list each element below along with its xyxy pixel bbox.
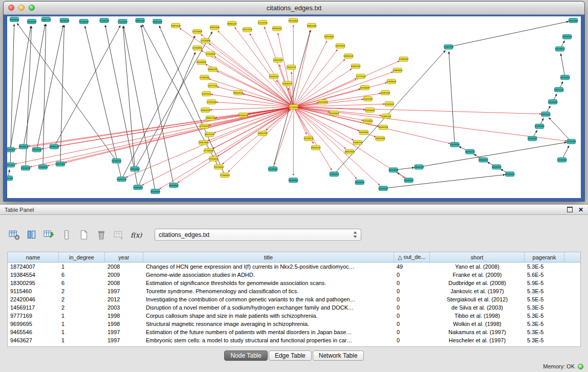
graph-node[interactable]: 19861350 xyxy=(135,18,145,23)
graph-node[interactable]: 12475112 xyxy=(202,92,211,96)
column-header[interactable]: △ out_de... xyxy=(394,252,430,262)
graph-node[interactable]: 16164603 xyxy=(360,85,370,90)
table-source-dropdown[interactable]: citations_edges.txt xyxy=(155,229,361,241)
graph-node[interactable]: 17878503 xyxy=(386,79,397,84)
graph-node[interactable]: 18304703 xyxy=(208,67,218,72)
column-header[interactable]: in_degree xyxy=(59,252,105,262)
new-file-icon[interactable] xyxy=(77,228,91,242)
graph-node[interactable]: 16280034 xyxy=(49,144,59,149)
graph-node[interactable]: 16162501 xyxy=(269,74,279,79)
graph-node[interactable]: 18310203 xyxy=(465,149,475,154)
graph-node[interactable]: 19245067 xyxy=(378,186,388,191)
graph-node[interactable]: 19257304 xyxy=(554,87,564,92)
graph-node[interactable]: 17679193 xyxy=(450,142,460,147)
tab-node-table[interactable]: Node Table xyxy=(224,351,268,361)
graph-node[interactable]: 15096085 xyxy=(59,18,70,23)
graph-node[interactable]: 19357904 xyxy=(199,140,209,145)
graph-node[interactable]: 15134506 xyxy=(268,167,278,171)
close-panel-icon[interactable]: ✕ xyxy=(578,207,583,213)
graph-node[interactable]: 12220608 xyxy=(192,29,203,34)
graph-node[interactable]: 16793063 xyxy=(535,124,545,128)
graph-node[interactable]: 20801718 xyxy=(41,17,51,21)
graph-node[interactable]: 17710337 xyxy=(567,139,577,144)
graph-node[interactable]: 14985403 xyxy=(393,68,403,73)
graph-node[interactable]: 18945202 xyxy=(227,21,237,26)
graph-node[interactable]: 18902604 xyxy=(7,176,13,181)
delete-icon[interactable] xyxy=(94,228,108,242)
graph-node[interactable]: 10273003 xyxy=(560,75,571,80)
graph-node[interactable]: 14034602 xyxy=(359,130,369,135)
graph-node[interactable]: 15820308 xyxy=(210,25,220,30)
graph-node[interactable]: 19613904 xyxy=(324,34,334,39)
graph-node[interactable]: 16550034 xyxy=(150,189,161,194)
graph-node[interactable]: 17785343 xyxy=(200,75,210,80)
column-header[interactable]: pagerank xyxy=(525,252,564,262)
column-header[interactable]: year xyxy=(105,252,143,262)
graph-node[interactable]: 14740904 xyxy=(192,46,203,50)
graph-node[interactable]: 18316004 xyxy=(9,17,19,21)
graph-node[interactable]: 17708304 xyxy=(204,148,214,153)
graph-node[interactable]: 72544002 xyxy=(209,157,219,161)
table-settings-icon[interactable] xyxy=(7,228,21,242)
graph-node[interactable]: 18030629 xyxy=(18,144,29,149)
tab-edge-table[interactable]: Edge Table xyxy=(269,351,312,361)
graph-node[interactable]: 15958201 xyxy=(282,81,293,86)
graph-node[interactable]: 17485307 xyxy=(399,57,409,61)
table-row[interactable]: 946362711997Embryonic stem cells: a mode… xyxy=(8,336,580,344)
graph-node[interactable]: 29245012 xyxy=(404,178,414,183)
tab-network-table[interactable]: Network Table xyxy=(313,351,364,361)
graph-node[interactable]: 18124304 xyxy=(288,18,298,23)
graph-node[interactable]: 19064503 xyxy=(478,158,489,162)
table-row[interactable]: 1830029562008Estimation of significance … xyxy=(8,279,580,287)
graph-node[interactable]: 19150603 xyxy=(214,165,224,169)
graph-node[interactable]: 19450302 xyxy=(130,167,140,171)
graph-node[interactable]: 16046808 xyxy=(197,60,207,64)
graph-node[interactable]: 12220639 xyxy=(201,38,211,43)
graph-node[interactable]: 19245002 xyxy=(505,172,515,177)
graph-node[interactable]: 18260010 xyxy=(311,145,321,150)
graph-node[interactable]: 17554300 xyxy=(206,52,216,56)
graph-node[interactable]: 23061704 xyxy=(206,116,216,120)
add-column-icon[interactable] xyxy=(42,228,56,242)
graph-node[interactable]: 17210302 xyxy=(363,119,373,123)
graph-node[interactable]: 16101602 xyxy=(329,111,339,115)
column-header[interactable]: name xyxy=(8,252,59,262)
graph-node[interactable]: 16045023 xyxy=(378,125,388,129)
float-panel-icon[interactable] xyxy=(567,207,573,212)
graph-node[interactable]: 18857803 xyxy=(344,149,355,154)
graph-node[interactable]: 13210602 xyxy=(318,100,328,104)
zoom-window-button[interactable] xyxy=(29,5,35,11)
network-window-titlebar[interactable]: citations_edges.txt xyxy=(4,2,584,15)
graph-node[interactable]: 18910404 xyxy=(7,163,15,167)
graph-node[interactable]: 19861305 xyxy=(307,23,317,28)
network-graph[interactable]: 1831600419565407208017181509608518508508… xyxy=(7,16,581,198)
graph-node[interactable]: 10965909 xyxy=(375,136,385,141)
graph-node[interactable]: 16969500 xyxy=(272,26,282,31)
graph-node[interactable]: 1724046 xyxy=(290,105,298,110)
graph-node[interactable]: 19059034 xyxy=(38,165,48,169)
table-row[interactable]: 1938455462009Genome-wide association stu… xyxy=(8,271,580,279)
graph-node[interactable]: 17450203 xyxy=(329,172,339,177)
table-row[interactable]: 911546021997Tourette syndrome. Phenomeno… xyxy=(8,287,580,295)
graph-node[interactable]: 19922506 xyxy=(171,23,181,28)
graph-node[interactable]: 16034022 xyxy=(355,180,365,185)
graph-node[interactable]: 13216004 xyxy=(365,107,375,112)
graph-node[interactable]: 16557204 xyxy=(243,27,253,32)
graph-node[interactable]: 15460503 xyxy=(562,34,573,39)
graph-node[interactable]: 15854702 xyxy=(351,64,361,69)
graph-node[interactable]: 21106705 xyxy=(99,18,109,23)
graph-node[interactable]: 13901203 xyxy=(201,107,211,112)
column-header[interactable]: short xyxy=(430,252,525,262)
graph-node[interactable]: 16273301 xyxy=(55,162,66,166)
graph-node[interactable]: 19061903 xyxy=(273,58,284,62)
graph-node[interactable]: 14271702 xyxy=(208,83,218,88)
import-table-icon[interactable] xyxy=(112,228,125,242)
graph-node[interactable]: 18260304 xyxy=(288,178,298,183)
graph-node[interactable]: 18304503 xyxy=(233,91,244,95)
graph-node[interactable]: 36071703 xyxy=(205,132,215,137)
graph-node[interactable]: 12030405 xyxy=(528,136,538,141)
graph-node[interactable]: 15955104 xyxy=(541,112,551,116)
graph-node[interactable]: 12161602 xyxy=(384,102,395,106)
graph-node[interactable]: 16445794 xyxy=(444,45,454,49)
graph-node[interactable]: 25260920 xyxy=(7,147,15,152)
